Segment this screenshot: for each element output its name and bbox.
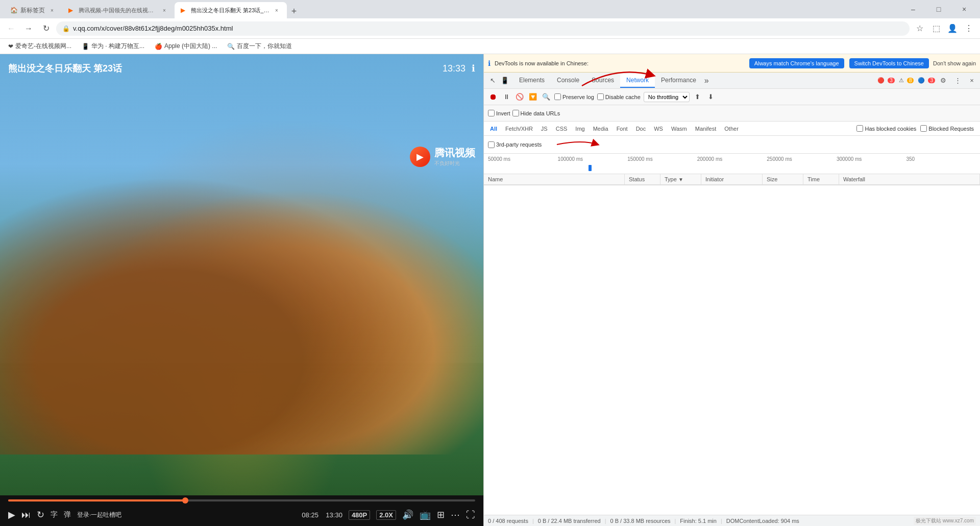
tab-network[interactable]: Network: [620, 74, 655, 88]
clear-button[interactable]: 🚫: [514, 92, 525, 102]
blocked-cookies-input[interactable]: [856, 125, 863, 132]
col-waterfall[interactable]: Waterfall: [839, 174, 980, 184]
subtitle-button[interactable]: 字: [51, 510, 58, 519]
quality-selector[interactable]: 480P: [349, 510, 370, 520]
preserve-log-checkbox[interactable]: Preserve log: [554, 93, 594, 100]
profile-icon[interactable]: 👤: [945, 21, 960, 36]
tab-3[interactable]: ▶ 熊出没之冬日乐翻天 第23话_高... ×: [175, 2, 287, 18]
bookmark-star-icon[interactable]: ☆: [913, 21, 927, 36]
type-ws[interactable]: WS: [650, 125, 667, 133]
tab-performance[interactable]: Performance: [655, 74, 702, 88]
type-img[interactable]: Img: [571, 125, 589, 133]
type-js[interactable]: JS: [537, 125, 552, 133]
bookmark-3[interactable]: 🍎 Apple (中国大陆) ...: [151, 41, 221, 52]
dismiss-button[interactable]: Don't show again: [933, 60, 976, 66]
red-arrow-annotation: [552, 137, 613, 152]
tab-3-close[interactable]: ×: [273, 6, 281, 14]
bookmark-2[interactable]: 📱 华为 · 构建万物互...: [78, 41, 149, 52]
type-fetch-xhr[interactable]: Fetch/XHR: [501, 125, 537, 133]
back-button[interactable]: ←: [4, 21, 18, 36]
error-badge-label: 🔴: [877, 77, 885, 84]
preserve-log-input[interactable]: [554, 93, 561, 100]
type-doc[interactable]: Doc: [632, 125, 650, 133]
maximize-button[interactable]: □: [927, 1, 950, 17]
tencent-logo-text: 腾讯视频 不负好时光: [434, 146, 475, 167]
cast-icon[interactable]: ⬚: [929, 21, 943, 36]
tab-1[interactable]: 🏠 新标签页 ×: [4, 2, 62, 18]
pip-button[interactable]: ⊞: [437, 509, 445, 520]
more-button[interactable]: ⋯: [451, 509, 460, 520]
type-other[interactable]: Other: [720, 125, 743, 133]
blocked-requests-checkbox[interactable]: Blocked Requests: [920, 125, 974, 132]
next-button[interactable]: ⏭: [21, 510, 31, 520]
tab-2[interactable]: ▶ 腾讯视频-中国领先的在线视频... ×: [62, 2, 175, 18]
stop-button[interactable]: ⏸: [501, 92, 511, 102]
throttle-dropdown[interactable]: No throttling: [644, 92, 690, 102]
tab-sources[interactable]: Sources: [585, 74, 620, 88]
minimize-button[interactable]: –: [901, 1, 925, 17]
invert-checkbox[interactable]: Invert: [488, 110, 510, 116]
col-name[interactable]: Name: [484, 174, 625, 184]
speed-selector[interactable]: 2.0X: [376, 510, 396, 520]
timeline-labels: 50000 ms 100000 ms 150000 ms 200000 ms 2…: [484, 154, 980, 164]
col-status[interactable]: Status: [625, 174, 660, 184]
col-initiator[interactable]: Initiator: [701, 174, 763, 184]
bookmark-1[interactable]: ❤ 爱奇艺-在线视频网...: [4, 41, 76, 52]
hide-data-urls-input[interactable]: [512, 110, 519, 116]
tab-console[interactable]: Console: [551, 74, 585, 88]
more-tabs-button[interactable]: »: [702, 74, 711, 87]
import-icon[interactable]: ⬆: [693, 92, 703, 102]
video-info-icon[interactable]: ℹ: [472, 63, 475, 74]
disable-cache-input[interactable]: [597, 93, 604, 100]
third-party-input[interactable]: [488, 141, 495, 148]
devtools-more-icon[interactable]: ⋮: [951, 75, 964, 87]
devtools-device-icon[interactable]: 📱: [499, 75, 511, 86]
menu-icon[interactable]: ⋮: [962, 21, 976, 36]
type-font[interactable]: Font: [612, 125, 632, 133]
bookmark-4[interactable]: 🔍 百度一下，你就知道: [223, 41, 296, 52]
video-frame[interactable]: 熊出没之冬日乐翻天 第23话 13:33 ℹ ▶ 腾讯视频 不负好时光: [0, 54, 483, 495]
type-media[interactable]: Media: [589, 125, 612, 133]
tab-2-close[interactable]: ×: [160, 6, 168, 14]
address-bar[interactable]: 🔒 v.qq.com/x/cover/88v8t61x2fjj8deg/m002…: [56, 21, 910, 36]
record-button[interactable]: ⏺: [488, 92, 498, 102]
devtools-pointer-icon[interactable]: ↖: [488, 75, 498, 86]
info-icon: ℹ: [488, 59, 491, 67]
switch-chinese-button[interactable]: Switch DevTools to Chinese: [849, 58, 929, 68]
airplay-button[interactable]: 📺: [420, 509, 431, 520]
tab-elements[interactable]: Elements: [513, 74, 551, 88]
invert-input[interactable]: [488, 110, 495, 116]
close-button[interactable]: ×: [952, 1, 976, 17]
login-label[interactable]: 登录·一起吐槽吧: [77, 511, 121, 519]
col-type[interactable]: Type ▼: [660, 174, 701, 184]
type-css[interactable]: CSS: [552, 125, 572, 133]
info-badge: 3: [928, 78, 935, 83]
third-party-checkbox[interactable]: 3rd-party requests: [488, 141, 542, 148]
loop-button[interactable]: ↻: [37, 509, 44, 520]
filter-toggle[interactable]: 🔽: [528, 92, 538, 102]
disable-cache-checkbox[interactable]: Disable cache: [597, 93, 641, 100]
export-icon[interactable]: ⬇: [706, 92, 716, 102]
devtools-close-icon[interactable]: ×: [966, 75, 978, 87]
search-button[interactable]: 🔍: [541, 92, 551, 102]
progress-track[interactable]: [8, 499, 475, 501]
reload-button[interactable]: ↻: [39, 21, 53, 36]
type-wasm[interactable]: Wasm: [667, 125, 691, 133]
blocked-requests-input[interactable]: [920, 125, 927, 132]
forward-button[interactable]: →: [21, 21, 36, 36]
type-all[interactable]: All: [486, 125, 501, 133]
new-tab-button[interactable]: +: [287, 4, 301, 18]
match-language-button[interactable]: Always match Chrome's language: [749, 58, 844, 68]
col-time[interactable]: Time: [803, 174, 839, 184]
danmaku-button[interactable]: 弹: [64, 510, 71, 519]
volume-button[interactable]: 🔊: [402, 509, 413, 520]
col-size[interactable]: Size: [763, 174, 803, 184]
fullscreen-button[interactable]: ⛶: [466, 510, 475, 520]
blocked-cookies-checkbox[interactable]: Has blocked cookies: [856, 125, 916, 132]
hide-data-urls-checkbox[interactable]: Hide data URLs: [512, 110, 560, 116]
devtools-settings-icon[interactable]: ⚙: [937, 75, 949, 87]
tab-1-close[interactable]: ×: [48, 6, 56, 14]
play-button[interactable]: ▶: [8, 509, 15, 520]
tl-label-3: 150000 ms: [627, 156, 697, 162]
type-manifest[interactable]: Manifest: [691, 125, 721, 133]
